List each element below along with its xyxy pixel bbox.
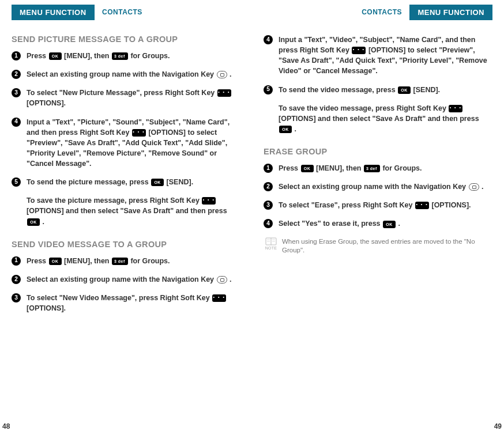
step-text: Press OK [MENU], then 3 def for Groups. xyxy=(27,51,240,61)
step-item: 1 Press OK [MENU], then 3 def for Groups… xyxy=(264,163,492,173)
step-number-icon: 2 xyxy=(12,70,21,79)
header-row-right: CONTACTS MENU FUNCTION xyxy=(264,5,492,22)
contacts-tab: CONTACTS xyxy=(356,5,408,20)
step-item: 2 Select an existing group name with the… xyxy=(264,181,492,192)
step-number-icon: 5 xyxy=(12,177,21,187)
options-key-icon: • • • xyxy=(132,129,146,137)
ok-key-icon: OK xyxy=(151,179,164,186)
step-item: 4 Input a "Text", "Video", "Subject", "N… xyxy=(264,35,492,77)
step-item: 2 Select an existing group name with the… xyxy=(12,274,240,285)
step-item: 1 Press OK [MENU], then 3 def for Groups… xyxy=(12,256,240,266)
page-right: CONTACTS MENU FUNCTION 4 Input a "Text",… xyxy=(252,0,504,435)
three-key-icon: 3 def xyxy=(112,258,128,265)
header-row-left: MENU FUNCTION CONTACTS xyxy=(12,5,240,22)
menu-function-tab: MENU FUNCTION xyxy=(12,5,95,20)
navigation-key-icon xyxy=(469,183,479,191)
step-number-icon: 3 xyxy=(264,201,273,210)
step-item: 5 To send the picture message, press OK … xyxy=(12,177,240,187)
menu-function-tab: MENU FUNCTION xyxy=(409,5,492,20)
step-text: Select an existing group name with the N… xyxy=(279,181,492,192)
step-number-icon: 4 xyxy=(12,118,21,127)
section-title: SEND VIDEO MESSAGE TO A GROUP xyxy=(12,240,240,249)
step-item: 1 Press OK [MENU], then 3 def for Groups… xyxy=(12,51,240,61)
step-text: Input a "Text", "Picture", "Sound", "Sub… xyxy=(27,117,240,169)
ok-key-icon: OK xyxy=(27,218,40,226)
options-key-icon: • • • xyxy=(202,197,216,205)
note-label: NOTE xyxy=(264,245,279,251)
ok-key-icon: OK xyxy=(49,52,62,60)
step-number-icon: 2 xyxy=(264,182,273,191)
step-text: To select "Erase", press Right Soft Key … xyxy=(279,200,492,210)
step-item: 4 Select "Yes" to erase it, press OK . xyxy=(264,218,492,229)
step-item: 4 Input a "Text", "Picture", "Sound", "S… xyxy=(12,117,240,169)
options-key-icon: • • • xyxy=(212,294,226,302)
ok-key-icon: OK xyxy=(49,258,62,265)
navigation-key-icon xyxy=(217,71,227,78)
note-block: NOTE When using Erase Group, the saved e… xyxy=(264,237,492,255)
navigation-key-icon xyxy=(217,276,227,283)
step-text: Select "Yes" to erase it, press OK . xyxy=(279,218,492,229)
step-text: Press OK [MENU], then 3 def for Groups. xyxy=(279,163,492,173)
step-number-icon: 1 xyxy=(12,51,21,60)
step-item: 3 To select "New Video Message", press R… xyxy=(12,293,240,313)
step-number-icon: 2 xyxy=(12,275,21,284)
step-text: To select "New Video Message", press Rig… xyxy=(27,293,240,313)
step-number-icon: 5 xyxy=(264,85,273,94)
ok-key-icon: OK xyxy=(398,86,411,94)
three-key-icon: 3 def xyxy=(112,52,128,60)
step-text: Select an existing group name with the N… xyxy=(27,274,240,285)
ok-key-icon: OK xyxy=(383,221,396,228)
step-subtext: To save the picture message, press Right… xyxy=(27,195,240,226)
step-item: 3 To select "New Picture Message", press… xyxy=(12,88,240,108)
step-number-icon: 1 xyxy=(264,164,273,173)
step-text: Press OK [MENU], then 3 def for Groups. xyxy=(27,256,240,266)
step-number-icon: 3 xyxy=(12,293,21,302)
step-item: 2 Select an existing group name with the… xyxy=(12,69,240,80)
options-key-icon: • • • xyxy=(415,202,429,209)
step-item: 5 To send the video message, press OK [S… xyxy=(264,85,492,95)
ok-key-icon: OK xyxy=(279,126,292,133)
section-title: ERASE GROUP xyxy=(264,147,492,156)
section-title: SEND PICTURE MESSAGE TO A GROUP xyxy=(12,35,240,44)
options-key-icon: • • • xyxy=(217,89,231,97)
page-number: 48 xyxy=(2,422,10,430)
step-subtext: To save the video message, press Right S… xyxy=(279,103,492,134)
ok-key-icon: OK xyxy=(301,165,314,172)
step-text: To select "New Picture Message", press R… xyxy=(27,88,240,108)
step-number-icon: 4 xyxy=(264,219,273,228)
page-left: MENU FUNCTION CONTACTS SEND PICTURE MESS… xyxy=(0,0,252,435)
three-key-icon: 3 def xyxy=(364,165,380,172)
step-text: Select an existing group name with the N… xyxy=(27,69,240,80)
options-key-icon: • • • xyxy=(449,105,462,112)
page-number: 49 xyxy=(494,422,502,430)
step-number-icon: 4 xyxy=(264,35,273,44)
step-item: 3 To select "Erase", press Right Soft Ke… xyxy=(264,200,492,210)
step-text: To send the picture message, press OK [S… xyxy=(27,177,240,187)
step-text: Input a "Text", "Video", "Subject", "Nam… xyxy=(279,35,492,77)
contacts-tab: CONTACTS xyxy=(96,5,148,20)
note-text: When using Erase Group, the saved entrie… xyxy=(282,237,492,255)
step-number-icon: 3 xyxy=(12,88,21,97)
step-number-icon: 1 xyxy=(12,256,21,266)
note-icon: NOTE xyxy=(264,237,279,251)
step-text: To send the video message, press OK [SEN… xyxy=(279,85,492,95)
options-key-icon: • • • xyxy=(352,47,366,54)
